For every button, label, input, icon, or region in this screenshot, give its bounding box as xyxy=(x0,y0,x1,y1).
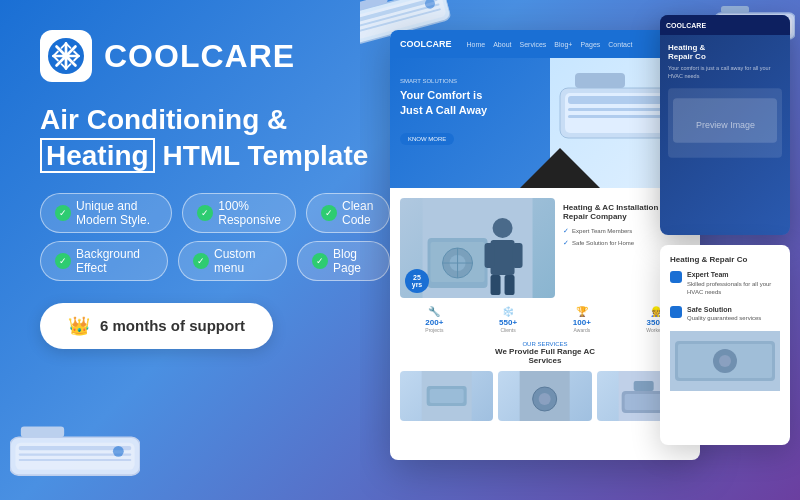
preview-third-dot-2 xyxy=(670,306,682,318)
check-icon-2: ✓ xyxy=(197,205,213,221)
preview-nav-logo: COOLCARE xyxy=(400,39,452,49)
svg-point-19 xyxy=(113,446,124,457)
preview-hero-cta[interactable]: KNOW MORE xyxy=(400,133,454,145)
feature-badge-bg: ✓ Background Effect xyxy=(40,241,168,281)
feature-badge-unique: ✓ Unique and Modern Style. xyxy=(40,193,172,233)
feature-label-2: 100% Responsive xyxy=(218,199,281,227)
ac-unit-bottom xyxy=(10,421,140,490)
check-icon-1: ✓ xyxy=(55,205,71,221)
svg-rect-51 xyxy=(485,243,495,268)
check-icon-3: ✓ xyxy=(321,205,337,221)
svg-text:Preview Image: Preview Image xyxy=(696,120,755,130)
preview-third-text-1: Expert Team Skilled professionals for al… xyxy=(687,270,780,297)
preview-split: 25 yrs Heating & AC InstallationRepair C… xyxy=(400,198,690,298)
svg-rect-57 xyxy=(430,389,464,403)
logo-text: COOLCARE xyxy=(104,38,295,75)
preview-secondary-logo: COOLCARE xyxy=(666,22,706,29)
left-section: COOLCARE Air Conditioning & Heating HTML… xyxy=(0,0,420,500)
check-icon-6: ✓ xyxy=(312,253,328,269)
preview-nav-blog: Blog+ xyxy=(554,41,572,48)
title-suffix: HTML Template xyxy=(155,140,369,171)
preview-main-card: COOLCARE Home About Services Blog+ Pages… xyxy=(390,30,700,460)
preview-hero-tagline: SMART SOLUTIONS xyxy=(400,78,487,84)
service-img-1 xyxy=(400,371,493,421)
svg-point-60 xyxy=(539,393,551,405)
preview-secondary-card: COOLCARE Heating &Repair Co Your comfort… xyxy=(660,15,790,235)
preview-service-images xyxy=(400,371,690,421)
preview-secondary-text: Your comfort is just a call away for all… xyxy=(668,65,782,80)
preview-hero-text: SMART SOLUTIONS Your Comfort isJust A Ca… xyxy=(400,78,487,145)
title-line1: Air Conditioning & xyxy=(40,104,287,135)
preview-services-title: OUR SERVICES We Provide Full Range ACSer… xyxy=(400,341,690,365)
stat-label-3: Awards xyxy=(548,327,617,333)
preview-third-title: Heating & Repair Co xyxy=(670,255,780,264)
preview-content: 25 yrs Heating & AC InstallationRepair C… xyxy=(390,188,700,431)
check-icon-5: ✓ xyxy=(193,253,209,269)
preview-nav-contact: Contact xyxy=(608,41,632,48)
stat-num-3: 100+ xyxy=(548,318,617,327)
preview-stat-1: 🔧 200+ Projects xyxy=(400,306,469,333)
svg-rect-52 xyxy=(513,243,523,268)
preview-stat-2: ❄️ 550+ Clients xyxy=(474,306,543,333)
check-icon-4: ✓ xyxy=(55,253,71,269)
svg-rect-41 xyxy=(575,73,625,88)
years-badge: 25 yrs xyxy=(405,269,429,293)
svg-point-49 xyxy=(493,218,513,238)
stat-num-2: 550+ xyxy=(474,318,543,327)
svg-rect-18 xyxy=(19,459,132,461)
logo-row: COOLCARE xyxy=(40,30,390,82)
feature-badge-menu: ✓ Custom menu xyxy=(178,241,287,281)
preview-nav-pages: Pages xyxy=(580,41,600,48)
preview-nav-links: Home About Services Blog+ Pages Contact xyxy=(467,41,633,48)
feature-label-5: Custom menu xyxy=(214,247,272,275)
preview-third-content: Heating & Repair Co Expert Team Skilled … xyxy=(660,245,790,401)
svg-rect-34 xyxy=(721,6,749,13)
support-label: 6 months of support xyxy=(100,317,245,334)
stat-icon-3: 🏆 xyxy=(548,306,617,317)
svg-rect-64 xyxy=(633,381,653,391)
preview-services: OUR SERVICES We Provide Full Range ACSer… xyxy=(400,341,690,421)
title-highlight: Heating xyxy=(40,138,155,173)
technician-image: 25 yrs xyxy=(400,198,555,298)
preview-third-item-1: Expert Team Skilled professionals for al… xyxy=(670,270,780,297)
right-section: COOLCARE Home About Services Blog+ Pages… xyxy=(360,0,800,500)
service-img-2 xyxy=(498,371,591,421)
stat-icon-2: ❄️ xyxy=(474,306,543,317)
svg-rect-20 xyxy=(21,426,64,437)
feature-label-1: Unique and Modern Style. xyxy=(76,199,157,227)
preview-hero: SMART SOLUTIONS Your Comfort isJust A Ca… xyxy=(390,58,700,188)
preview-left-col: 25 yrs xyxy=(400,198,555,298)
preview-secondary-nav: COOLCARE xyxy=(660,15,790,35)
svg-rect-54 xyxy=(505,275,515,295)
preview-nav: COOLCARE Home About Services Blog+ Pages… xyxy=(390,30,700,58)
years-num: 25 xyxy=(413,274,421,281)
svg-point-72 xyxy=(719,355,731,367)
preview-stat-3: 🏆 100+ Awards xyxy=(548,306,617,333)
preview-secondary-title: Heating &Repair Co xyxy=(668,43,782,61)
support-button[interactable]: 👑 6 months of support xyxy=(40,303,273,349)
preview-triangle-decoration xyxy=(520,148,600,188)
svg-rect-63 xyxy=(624,394,662,410)
stat-label-2: Clients xyxy=(474,327,543,333)
preview-stats-row: 🔧 200+ Projects ❄️ 550+ Clients 🏆 100+ A… xyxy=(400,306,690,333)
stat-label-1: Projects xyxy=(400,327,469,333)
crown-icon: 👑 xyxy=(68,315,90,337)
preview-secondary-content: Heating &Repair Co Your comfort is just … xyxy=(660,35,790,170)
features-grid: ✓ Unique and Modern Style. ✓ 100% Respon… xyxy=(40,193,390,281)
features-row-2: ✓ Background Effect ✓ Custom menu ✓ Blog… xyxy=(40,241,390,281)
years-label: yrs xyxy=(412,281,423,288)
main-title: Air Conditioning & Heating HTML Template xyxy=(40,102,390,175)
preview-hero-title: Your Comfort isJust A Call Away xyxy=(400,88,487,119)
preview-third-image xyxy=(670,331,780,391)
preview-third-text-2: Safe Solution Quality guaranteed service… xyxy=(687,305,761,323)
preview-third-dot-1 xyxy=(670,271,682,283)
preview-nav-home: Home xyxy=(467,41,486,48)
preview-nav-services: Services xyxy=(519,41,546,48)
svg-rect-53 xyxy=(491,275,501,295)
svg-point-5 xyxy=(62,52,69,59)
feature-label-4: Background Effect xyxy=(76,247,153,275)
secondary-image: Preview Image xyxy=(668,88,782,158)
services-tag: OUR SERVICES xyxy=(400,341,690,347)
preview-third-item-2: Safe Solution Quality guaranteed service… xyxy=(670,305,780,323)
preview-nav-about: About xyxy=(493,41,511,48)
